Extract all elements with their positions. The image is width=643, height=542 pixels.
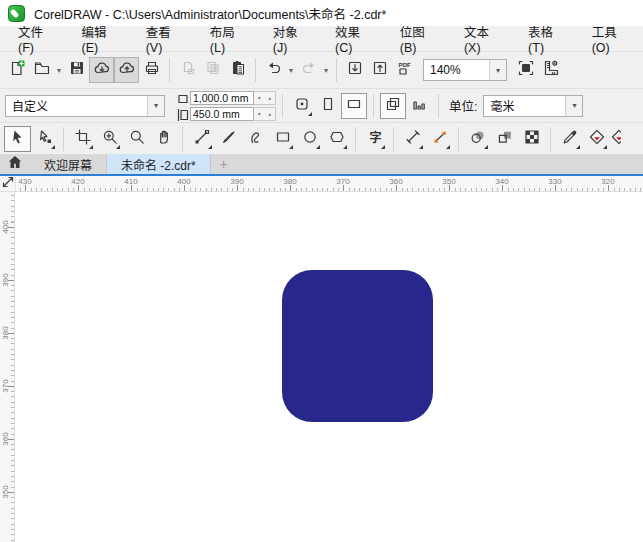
polygon-tool-button[interactable]	[323, 126, 350, 152]
page-preset-combo[interactable]: 自定义 ▾	[5, 95, 165, 117]
chevron-down-icon[interactable]: ▾	[489, 60, 506, 80]
new-tab-button[interactable]: +	[211, 154, 237, 174]
chevron-down-icon[interactable]: ▾	[147, 96, 164, 116]
zoom-tool-icon	[102, 129, 118, 149]
portrait-icon	[320, 96, 336, 116]
magnifier-tool-button[interactable]	[123, 126, 150, 152]
v-ruler-label: 370	[1, 379, 10, 392]
separator	[438, 94, 439, 118]
h-ruler-label: 380	[283, 177, 296, 186]
freehand-tool-button[interactable]	[188, 126, 215, 152]
paste-button[interactable]	[225, 57, 250, 83]
document-tab-1[interactable]: 未命名 -2.cdr*	[107, 154, 211, 174]
crop-tool-button[interactable]	[69, 126, 96, 152]
curve-tool-button[interactable]	[242, 126, 269, 152]
open-document-dropdown-arrow[interactable]: ▾	[54, 66, 64, 75]
h-ruler-label: 400	[177, 177, 190, 186]
all-pages-same-size-button[interactable]	[380, 93, 406, 119]
drop-shadow-tool-button[interactable]	[464, 126, 491, 152]
new-document-button[interactable]	[4, 57, 29, 83]
page-height-field[interactable]	[190, 107, 254, 121]
menu-item-tools[interactable]: 工具(O)	[578, 26, 643, 51]
home-tab-button[interactable]	[0, 154, 30, 174]
coreldraw-logo-icon	[8, 5, 25, 22]
cloud-upload-button[interactable]	[114, 57, 139, 83]
redo-dropdown-arrow[interactable]: ▾	[321, 66, 331, 75]
outline-tool-button[interactable]	[610, 126, 622, 152]
v-ruler-label: 380	[1, 326, 10, 339]
drawn-rounded-square[interactable]	[282, 270, 433, 422]
landscape-button[interactable]	[341, 93, 367, 119]
page-width-field[interactable]	[190, 91, 254, 105]
pattern-fill-tool-button[interactable]	[518, 126, 545, 152]
menu-item-layout[interactable]: 布局(L)	[196, 26, 259, 51]
toggle-rulers-button[interactable]	[538, 57, 563, 83]
transparency-tool-button[interactable]	[491, 126, 518, 152]
menu-bar: 文件(F)编辑(E)查看(V)布局(L)对象(J)效果(C)位图(B)文本(X)…	[0, 26, 643, 52]
v-ruler-label: 350	[1, 485, 10, 498]
publish-pdf-icon: PDF	[397, 60, 413, 80]
eyedropper-tool-button[interactable]	[556, 126, 583, 152]
h-ruler-label: 340	[495, 177, 508, 186]
zoom-level-combo[interactable]: 140%▾	[423, 59, 507, 81]
current-page-size-button[interactable]	[406, 93, 432, 119]
rectangle-tool-button[interactable]	[269, 126, 296, 152]
zoom-tool-button[interactable]	[96, 126, 123, 152]
page-width-spinner[interactable]: ▾▴	[254, 91, 276, 105]
connector-tool-button[interactable]	[426, 126, 453, 152]
page-height-spinner[interactable]: ▾▴	[254, 107, 276, 121]
artistic-media-tool-button[interactable]	[215, 126, 242, 152]
drawing-canvas[interactable]	[15, 192, 643, 542]
horizontal-ruler[interactable]: 430420410400390380370360350340330320	[16, 176, 643, 192]
undo-dropdown-arrow[interactable]: ▾	[286, 66, 296, 75]
menu-item-effects[interactable]: 效果(C)	[321, 26, 386, 51]
separator	[336, 58, 337, 82]
save-button[interactable]	[64, 57, 89, 83]
ellipse-tool-button[interactable]	[296, 126, 323, 152]
menu-item-object[interactable]: 对象(J)	[259, 26, 321, 51]
pick-tool-button[interactable]	[4, 126, 31, 152]
undo-icon	[266, 60, 282, 80]
menu-item-view[interactable]: 查看(V)	[132, 26, 196, 51]
document-tab-0[interactable]: 欢迎屏幕	[30, 154, 107, 174]
export-button[interactable]	[367, 57, 392, 83]
rectangle-tool-icon	[275, 129, 291, 149]
pan-tool-button[interactable]	[150, 126, 177, 152]
dimension-tool-icon	[405, 129, 421, 149]
dimension-tool-button[interactable]	[399, 126, 426, 152]
zoom-level-value: 140%	[424, 63, 489, 77]
menu-item-file[interactable]: 文件(F)	[4, 26, 68, 51]
fullscreen-preview-button[interactable]	[513, 57, 538, 83]
open-document-icon	[34, 60, 50, 80]
text-tool-icon: 字	[367, 129, 383, 149]
open-document-button[interactable]	[29, 57, 54, 83]
fit-page-button[interactable]	[289, 93, 315, 119]
portrait-button[interactable]	[315, 93, 341, 119]
connector-tool-icon	[432, 129, 448, 149]
units-combo[interactable]: 毫米 ▾	[483, 95, 583, 117]
v-ruler-label: 390	[1, 273, 10, 286]
separator	[550, 127, 551, 151]
menu-item-bitmaps[interactable]: 位图(B)	[386, 26, 450, 51]
publish-pdf-button[interactable]: PDF	[392, 57, 417, 83]
menu-item-table[interactable]: 表格(T)	[514, 26, 578, 51]
vertical-ruler[interactable]: 400390380370360350	[0, 192, 15, 542]
undo-button[interactable]	[261, 57, 286, 83]
chevron-down-icon[interactable]: ▾	[565, 96, 582, 116]
import-button[interactable]	[342, 57, 367, 83]
menu-item-text[interactable]: 文本(X)	[450, 26, 514, 51]
shape-tool-button[interactable]	[31, 126, 58, 152]
text-tool-button[interactable]: 字	[361, 126, 388, 152]
cloud-download-button[interactable]	[89, 57, 114, 83]
shape-tool-icon	[37, 129, 53, 149]
separator	[373, 94, 374, 118]
outline-tool-icon	[611, 129, 622, 149]
page-preset-value: 自定义	[6, 97, 147, 114]
drop-shadow-tool-icon	[470, 129, 486, 149]
print-button[interactable]	[139, 57, 164, 83]
separator	[169, 58, 170, 82]
interactive-fill-tool-button[interactable]	[583, 126, 610, 152]
menu-item-edit[interactable]: 编辑(E)	[68, 26, 132, 51]
page-height-icon	[175, 107, 190, 121]
ruler-origin-button[interactable]	[0, 176, 16, 192]
